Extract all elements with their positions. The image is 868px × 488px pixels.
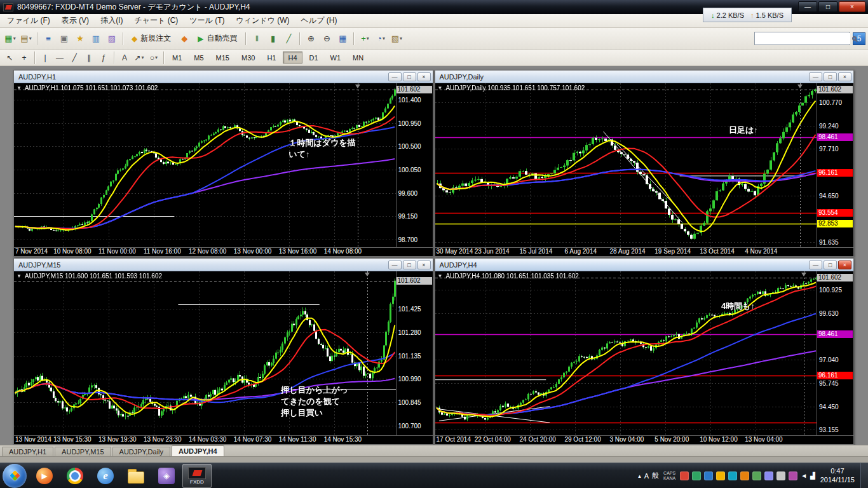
chart-minimize-button[interactable]: — [388, 72, 402, 81]
chart-titlebar[interactable]: AUDJPY,Daily — □ × [435, 71, 854, 83]
cursor-tool-icon[interactable]: ↖ [3, 51, 17, 64]
timeframe-button-m1[interactable]: M1 [167, 51, 187, 64]
ime-kana-indicator[interactable]: 般 [652, 471, 659, 480]
timeframe-button-m15[interactable]: M15 [211, 51, 234, 64]
taskbar-app-fxdd-mt4[interactable]: FXDD [182, 464, 212, 488]
chart-minimize-button[interactable]: — [809, 72, 822, 81]
chart-minimize-button[interactable]: — [809, 261, 822, 269]
show-desktop-button[interactable] [860, 463, 868, 488]
close-button[interactable]: × [839, 1, 865, 12]
dropdown-arrow-icon[interactable]: ▾ [367, 36, 369, 41]
volume-icon[interactable]: ◄ [801, 472, 807, 479]
menu-item-6[interactable]: ヘルプ (H) [295, 14, 343, 27]
market-watch-icon[interactable]: ≡ [41, 31, 56, 46]
chart-minimize-button[interactable]: — [388, 261, 402, 269]
timeframe-button-h1[interactable]: H1 [262, 51, 281, 64]
cloud-tray-icon[interactable] [740, 471, 749, 480]
arrows-tool-icon[interactable]: ↗▾ [132, 51, 146, 64]
collapse-arrow-icon[interactable]: ▼ [438, 85, 443, 91]
audio-manager-tray-icon[interactable] [704, 471, 713, 480]
timeframe-button-m30[interactable]: M30 [236, 51, 260, 64]
strategy-tester-icon[interactable]: ▨ [104, 31, 119, 46]
chart-titlebar[interactable]: AUDJPY,M15 — □ × [14, 259, 433, 271]
taskbar-app-chrome[interactable] [60, 464, 90, 488]
tile-windows-icon[interactable]: ▦ [335, 31, 350, 46]
timeframe-button-h4[interactable]: H4 [283, 51, 302, 64]
horizontal-line-tool-icon[interactable]: — [53, 51, 67, 64]
candlestick-chart-icon[interactable]: ▮ [265, 31, 280, 46]
channel-tool-icon[interactable]: ∥ [82, 51, 96, 64]
chart-close-button[interactable]: × [838, 72, 851, 81]
chart-tab-audjpy-m15[interactable]: AUDJPY,M15 [55, 447, 111, 456]
timeframe-button-w1[interactable]: W1 [325, 51, 346, 64]
chart-restore-button[interactable]: □ [824, 72, 837, 81]
menu-item-4[interactable]: ツール (T) [184, 14, 230, 27]
collapse-arrow-icon[interactable]: ▼ [438, 273, 443, 279]
menu-item-2[interactable]: 挿入(I) [95, 14, 128, 27]
line-chart-icon[interactable]: ╱ [281, 31, 296, 46]
shapes-tool-icon[interactable]: ○▾ [147, 51, 161, 64]
dropdown-arrow-icon[interactable]: ▾ [155, 55, 158, 60]
dropdown-arrow-icon[interactable]: ▾ [142, 55, 144, 60]
chart-close-button[interactable]: × [417, 261, 431, 269]
dropdown-arrow-icon[interactable]: ▾ [13, 36, 16, 41]
vertical-line-tool-icon[interactable]: | [38, 51, 52, 64]
security-tray-icon[interactable] [728, 471, 737, 480]
navigator-icon[interactable]: ★ [72, 31, 88, 46]
periods-icon[interactable]: ◔▾ [373, 31, 388, 46]
usb-tray-icon[interactable] [776, 471, 785, 480]
ime-mode-indicator[interactable]: A [644, 472, 649, 480]
taskbar-app-file-explorer[interactable] [121, 464, 151, 488]
chart-plot[interactable]: ▼AUDJPY,H1 101.075 101.651 101.073 101.6… [14, 83, 396, 247]
minimize-button[interactable]: — [798, 1, 817, 12]
timeframe-button-m5[interactable]: M5 [189, 51, 208, 64]
start-button[interactable] [3, 464, 27, 488]
taskbar-app-media-player[interactable]: ▶ [30, 464, 59, 488]
chart-titlebar[interactable]: AUDJPY,H1 — □ × [14, 71, 433, 83]
search-box[interactable] [754, 32, 850, 45]
collapse-arrow-icon[interactable]: ▼ [17, 85, 22, 91]
menu-item-5[interactable]: ウィンドウ (W) [231, 14, 295, 27]
chart-plot[interactable]: ▼AUDJPY,M15 101.600 101.651 101.593 101.… [14, 271, 396, 435]
chart-titlebar[interactable]: AUDJPY,H4 — □ × [435, 259, 854, 271]
timeframe-button-mn[interactable]: MN [348, 51, 369, 64]
new-chart-icon[interactable]: ▦▾ [3, 31, 18, 46]
messenger-tray-icon[interactable] [789, 471, 797, 480]
chart-tab-audjpy-daily[interactable]: AUDJPY,Daily [112, 447, 171, 456]
chart-close-button[interactable]: × [417, 72, 431, 81]
hidden-icons-button[interactable]: ▴ [638, 473, 641, 479]
chart-restore-button[interactable]: □ [403, 261, 416, 269]
maximize-button[interactable]: □ [818, 1, 837, 12]
chrome-tray-icon[interactable] [716, 471, 725, 480]
search-input[interactable] [755, 33, 850, 44]
crosshair-tool-icon[interactable]: + [17, 51, 31, 64]
bar-chart-icon[interactable]: ‖ [249, 31, 264, 46]
indicators-icon[interactable]: +▾ [357, 31, 372, 46]
collapse-arrow-icon[interactable]: ▼ [17, 273, 22, 279]
metaeditor-icon[interactable]: ◆ [177, 31, 192, 46]
display-tray-icon[interactable] [764, 471, 773, 480]
menu-item-0[interactable]: ファイル (F) [1, 14, 56, 27]
timeframe-button-d1[interactable]: D1 [304, 51, 323, 64]
data-window-icon[interactable]: ▣ [57, 31, 72, 46]
chart-restore-button[interactable]: □ [824, 261, 837, 269]
update-tray-icon[interactable] [692, 471, 701, 480]
taskbar-clock[interactable]: 0:47 2014/11/15 [820, 467, 855, 485]
terminal-icon[interactable]: ▥ [88, 31, 104, 46]
alert-tray-icon[interactable] [680, 471, 689, 480]
taskbar-app-internet-explorer[interactable]: e [91, 464, 120, 488]
taskbar-app-remote-desktop[interactable]: ◈ [152, 464, 181, 488]
chart-tab-audjpy-h1[interactable]: AUDJPY,H1 [2, 447, 53, 456]
menu-item-3[interactable]: チャート (C) [128, 14, 184, 27]
chart-plot[interactable]: ▼AUDJPY,H4 101.080 101.651 101.035 101.6… [435, 271, 817, 435]
chart-close-button[interactable]: × [838, 261, 851, 269]
chart-restore-button[interactable]: □ [403, 72, 416, 81]
new-order-button[interactable]: ◆新規注文 [126, 31, 176, 46]
zoom-in-icon[interactable]: ⊕ [303, 31, 318, 46]
sync-tray-icon[interactable] [752, 471, 761, 480]
autotrading-button[interactable]: ▶自動売買 [193, 31, 242, 46]
search-icon[interactable] [852, 36, 857, 41]
chart-tab-audjpy-h4[interactable]: AUDJPY,H4 [172, 445, 224, 456]
network-icon[interactable]: ▟ [810, 472, 815, 479]
dropdown-arrow-icon[interactable]: ▾ [29, 36, 32, 41]
